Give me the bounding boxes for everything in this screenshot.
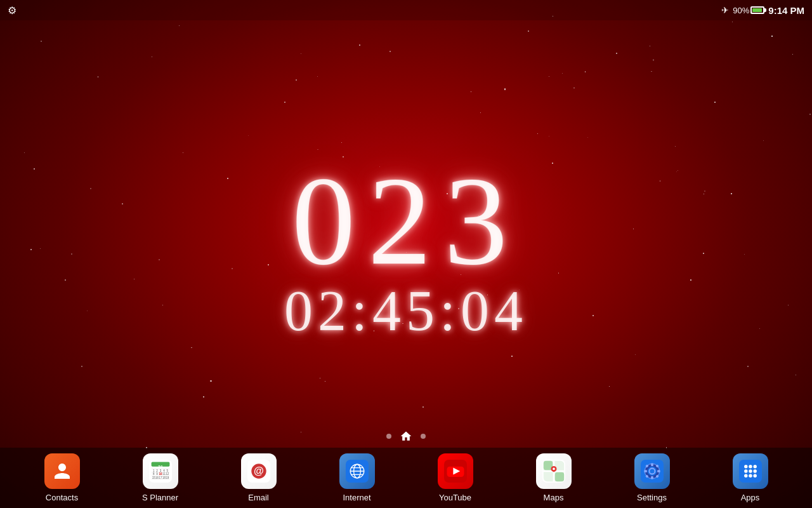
battery-percent: 90% <box>733 6 749 15</box>
youtube-icon <box>438 453 473 489</box>
status-time: 9:14 PM <box>768 5 804 16</box>
dock-item-apps[interactable]: Apps <box>725 453 776 502</box>
status-bar: ⚙ ✈ 90% 9:14 PM <box>0 0 812 20</box>
dock-item-internet[interactable]: Internet <box>332 453 383 502</box>
svg-rect-47 <box>657 470 660 472</box>
status-left: ⚙ <box>8 4 16 17</box>
dock-item-maps[interactable]: Maps <box>528 453 579 502</box>
svg-point-54 <box>744 465 747 468</box>
svg-point-62 <box>753 474 756 478</box>
airplane-icon: ✈ <box>721 5 729 15</box>
battery-icon <box>750 6 764 14</box>
dock-item-email[interactable]: @ Email <box>233 453 284 502</box>
battery-container: 90% <box>733 6 764 15</box>
svg-rect-45 <box>651 476 653 479</box>
dock-item-settings[interactable]: Settings <box>627 453 678 502</box>
svg-point-52 <box>649 469 655 474</box>
dock-item-splanner[interactable]: 31 1 2 3 4 5 8 9 10 11 12 15 16 17 18 <box>135 453 186 502</box>
contacts-icon <box>44 453 80 489</box>
svg-text:@: @ <box>254 465 264 476</box>
maps-label: Maps <box>544 493 564 502</box>
svg-point-61 <box>749 474 752 478</box>
splanner-label: S Planner <box>142 493 178 502</box>
svg-point-57 <box>744 469 747 472</box>
svg-point-60 <box>744 474 747 478</box>
splanner-icon: 31 1 2 3 4 5 8 9 10 11 12 15 16 17 18 <box>143 453 178 489</box>
email-icon: @ <box>241 453 277 489</box>
svg-point-55 <box>749 465 752 468</box>
svg-rect-37 <box>554 472 563 481</box>
home-button[interactable] <box>399 429 413 443</box>
svg-text:12: 12 <box>166 472 169 476</box>
sub-time: 02:45:04 <box>284 278 528 344</box>
nav-dot-right[interactable] <box>421 434 426 439</box>
settings-label: Settings <box>637 493 667 502</box>
settings-icon <box>634 453 670 489</box>
svg-point-58 <box>749 469 752 472</box>
svg-point-56 <box>753 465 756 468</box>
svg-text:19: 19 <box>166 476 169 479</box>
svg-rect-44 <box>651 463 653 466</box>
contacts-label: Contacts <box>46 493 78 502</box>
apps-icon <box>733 453 768 489</box>
dock-item-youtube[interactable]: YouTube <box>430 453 481 502</box>
usb-icon: ⚙ <box>8 4 16 17</box>
svg-point-59 <box>753 469 756 472</box>
dock-item-contacts[interactable]: Contacts <box>37 453 88 502</box>
battery-fill <box>752 8 761 12</box>
dock: Contacts 31 1 2 3 4 5 8 9 10 11 <box>0 448 812 508</box>
nav-dot-left[interactable] <box>386 434 391 439</box>
nav-dots <box>386 429 426 443</box>
internet-icon <box>339 453 375 489</box>
svg-rect-46 <box>644 470 647 472</box>
clock-area: 023 02:45:04 <box>284 157 528 344</box>
status-right: ✈ 90% 9:14 PM <box>721 5 804 16</box>
big-number: 023 <box>284 157 528 284</box>
email-label: Email <box>248 493 269 502</box>
apps-label: Apps <box>741 493 760 502</box>
youtube-label: YouTube <box>439 493 471 502</box>
svg-point-39 <box>553 468 555 471</box>
maps-icon <box>536 453 572 489</box>
internet-label: Internet <box>343 493 370 502</box>
